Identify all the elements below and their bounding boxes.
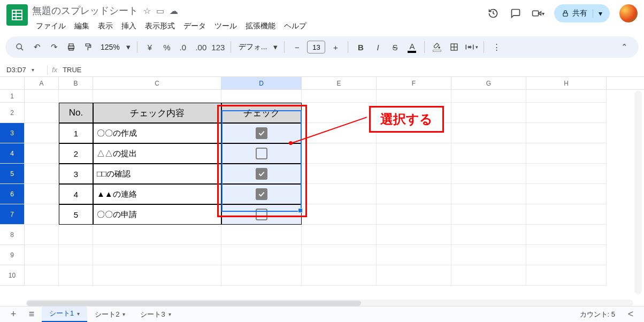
cell-H8[interactable] [526, 225, 607, 245]
row-header-8[interactable]: 8 [0, 225, 25, 245]
sheet-tab-caret-icon[interactable]: ▾ [77, 311, 80, 317]
paint-format-icon[interactable] [81, 40, 95, 55]
cell-F5[interactable] [377, 164, 451, 184]
document-title[interactable]: 無題のスプレッドシート [32, 4, 138, 17]
collapse-toolbar-icon[interactable]: ⌃ [617, 40, 631, 55]
cell-B2[interactable]: No. [59, 103, 93, 123]
row-header-3[interactable]: 3 [0, 123, 25, 143]
italic-icon[interactable]: I [371, 40, 385, 55]
cell-H5[interactable] [526, 164, 607, 184]
decrease-font-icon[interactable]: − [290, 40, 304, 55]
zoom-level[interactable]: 125% [98, 43, 122, 51]
undo-icon[interactable]: ↶ [30, 40, 44, 55]
row-header-10[interactable]: 10 [0, 265, 25, 286]
all-sheets-icon[interactable]: ≡ [24, 308, 40, 321]
cell-C8[interactable] [93, 225, 221, 245]
history-icon[interactable] [487, 7, 500, 20]
cell-G6[interactable] [451, 184, 526, 204]
spreadsheet-grid[interactable]: ABCDEFGH 12345678910 No.チェック内容チェック1〇〇の作成… [0, 77, 644, 308]
search-icon[interactable] [13, 40, 27, 55]
cell-B8[interactable] [59, 225, 93, 245]
percent-icon[interactable]: % [160, 40, 174, 55]
cell-A8[interactable] [25, 225, 59, 245]
cell-G2[interactable] [451, 103, 526, 123]
zoom-caret-icon[interactable]: ▾ [125, 40, 132, 55]
cell-A1[interactable] [25, 90, 59, 103]
cloud-status-icon[interactable]: ☁ [170, 6, 178, 16]
cell-F10[interactable] [377, 265, 451, 286]
cell-C5[interactable]: □□の確認 [93, 164, 221, 184]
cell-E9[interactable] [302, 245, 377, 265]
sheet-tab-caret-icon[interactable]: ▾ [122, 311, 125, 317]
row-header-2[interactable]: 2 [0, 103, 25, 123]
bold-icon[interactable]: B [354, 40, 367, 55]
cells-area[interactable]: No.チェック内容チェック1〇〇の作成2△△の提出3□□の確認4▲▲の連絡5〇〇… [25, 90, 635, 286]
name-box[interactable]: D3:D7▾ [0, 66, 43, 74]
cell-C3[interactable]: 〇〇の作成 [93, 123, 221, 143]
cell-F6[interactable] [377, 184, 451, 204]
cell-G4[interactable] [451, 143, 526, 164]
col-header-G[interactable]: G [451, 77, 526, 89]
menu-ヘルプ[interactable]: ヘルプ [280, 19, 310, 33]
menu-ファイル[interactable]: ファイル [32, 19, 70, 33]
cell-C6[interactable]: ▲▲の連絡 [93, 184, 221, 204]
cell-G5[interactable] [451, 164, 526, 184]
cell-E2[interactable] [302, 103, 377, 123]
increase-decimal-icon[interactable]: .00 [194, 40, 208, 55]
strikethrough-icon[interactable]: S [388, 40, 402, 55]
sheet-tab-シート2[interactable]: シート2▾ [87, 306, 133, 323]
font-family[interactable]: デフォ... [236, 42, 270, 52]
col-header-F[interactable]: F [377, 77, 451, 89]
cell-H10[interactable] [526, 265, 607, 286]
comment-icon[interactable] [509, 7, 522, 20]
merge-cells-icon[interactable]: ▾ [464, 40, 478, 55]
cell-G8[interactable] [451, 225, 526, 245]
sheet-tab-caret-icon[interactable]: ▾ [168, 311, 171, 317]
col-header-A[interactable]: A [25, 77, 59, 89]
cell-H7[interactable] [526, 204, 607, 225]
col-header-D[interactable]: D [221, 77, 302, 89]
more-formats-icon[interactable]: 123 [211, 40, 225, 55]
cell-F9[interactable] [377, 245, 451, 265]
more-toolbar-icon[interactable]: ⋮ [489, 40, 503, 55]
star-icon[interactable]: ☆ [143, 6, 151, 16]
currency-icon[interactable]: ¥ [143, 40, 157, 55]
cell-H1[interactable] [526, 90, 607, 103]
cell-B10[interactable] [59, 265, 93, 286]
row-header-7[interactable]: 7 [0, 204, 25, 225]
menu-拡張機能[interactable]: 拡張機能 [242, 19, 279, 33]
menu-挿入[interactable]: 挿入 [118, 19, 140, 33]
print-icon[interactable] [64, 40, 78, 55]
cell-H3[interactable] [526, 123, 607, 143]
cell-A10[interactable] [25, 265, 59, 286]
add-sheet-icon[interactable]: + [5, 308, 21, 321]
sheet-tab-シート1[interactable]: シート1▾ [42, 306, 87, 323]
cell-F4[interactable] [377, 143, 451, 164]
cell-F1[interactable] [377, 90, 451, 103]
col-header-C[interactable]: C [93, 77, 221, 89]
cell-E5[interactable] [302, 164, 377, 184]
cell-C7[interactable]: 〇〇の申請 [93, 204, 221, 225]
row-header-4[interactable]: 4 [0, 143, 25, 164]
cell-E4[interactable] [302, 143, 377, 164]
cell-B1[interactable] [59, 90, 93, 103]
cell-B7[interactable]: 5 [59, 204, 93, 225]
increase-font-icon[interactable]: + [328, 40, 342, 55]
col-header-E[interactable]: E [302, 77, 377, 89]
row-headers[interactable]: 12345678910 [0, 90, 25, 286]
cell-E8[interactable] [302, 225, 377, 245]
column-headers[interactable]: ABCDEFGH [25, 77, 644, 90]
borders-icon[interactable] [447, 40, 461, 55]
cell-A9[interactable] [25, 245, 59, 265]
account-avatar[interactable] [619, 4, 638, 22]
row-header-1[interactable]: 1 [0, 90, 25, 103]
font-size-input[interactable]: 13 [307, 41, 325, 53]
share-button[interactable]: 共有 ▾ [554, 4, 610, 22]
decrease-decimal-icon[interactable]: .0 [177, 40, 191, 55]
cell-C1[interactable] [93, 90, 221, 103]
explore-caret-icon[interactable]: < [623, 308, 639, 321]
col-header-H[interactable]: H [526, 77, 607, 89]
menu-ツール[interactable]: ツール [211, 19, 241, 33]
cell-A6[interactable] [25, 184, 59, 204]
sheet-tab-シート3[interactable]: シート3▾ [133, 306, 178, 323]
